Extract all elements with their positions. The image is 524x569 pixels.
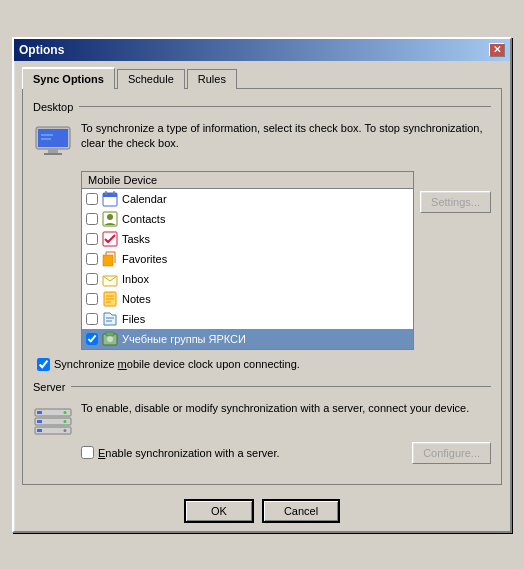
checkbox-favorites[interactable]	[86, 253, 98, 265]
tab-content: Desktop	[22, 88, 502, 485]
checkbox-tasks[interactable]	[86, 233, 98, 245]
server-section-body: To enable, disable or modify synchroniza…	[33, 401, 491, 436]
svg-point-30	[64, 411, 67, 414]
favorites-icon	[102, 251, 118, 267]
desktop-description: To synchronize a type of information, se…	[81, 121, 491, 152]
inbox-icon	[102, 271, 118, 287]
list-item-custom: Учебные группы ЯРКСИ	[82, 329, 413, 349]
server-section: Server	[33, 381, 491, 464]
checkbox-calendar[interactable]	[86, 193, 98, 205]
desktop-section-label: Desktop	[33, 101, 73, 113]
configure-button[interactable]: Configure...	[412, 442, 491, 464]
svg-rect-22	[106, 332, 114, 336]
label-tasks: Tasks	[122, 233, 150, 245]
sync-clock-row: Synchronize mobile device clock upon con…	[37, 358, 491, 371]
server-icon	[33, 401, 73, 436]
desktop-section-line	[79, 106, 491, 107]
list-item-favorites: Favorites	[82, 249, 413, 269]
tab-schedule[interactable]: Schedule	[117, 69, 185, 89]
options-window: Options ✕ Sync Options Schedule Rules De…	[12, 37, 512, 533]
enable-sync-label: Enable synchronization with a server.	[98, 447, 280, 459]
button-bar: OK Cancel	[22, 499, 502, 523]
svg-point-11	[107, 214, 113, 220]
settings-side: Settings...	[420, 171, 491, 350]
server-section-label: Server	[33, 381, 65, 393]
label-notes: Notes	[122, 293, 151, 305]
device-list: Mobile Device Calendar	[81, 171, 414, 350]
desktop-icon	[33, 123, 73, 163]
svg-rect-1	[38, 129, 68, 147]
desktop-section: Desktop	[33, 101, 491, 371]
desktop-section-header: Desktop	[33, 101, 491, 113]
settings-button[interactable]: Settings...	[420, 191, 491, 213]
svg-point-32	[64, 429, 67, 432]
label-custom: Учебные группы ЯРКСИ	[122, 333, 246, 345]
contacts-icon	[102, 211, 118, 227]
title-bar: Options ✕	[14, 39, 510, 61]
ok-button[interactable]: OK	[184, 499, 254, 523]
svg-rect-29	[37, 429, 42, 432]
list-item-calendar: Calendar	[82, 189, 413, 209]
checkbox-notes[interactable]	[86, 293, 98, 305]
svg-rect-27	[37, 420, 42, 423]
list-item-contacts: Contacts	[82, 209, 413, 229]
checkbox-contacts[interactable]	[86, 213, 98, 225]
svg-rect-3	[44, 153, 62, 155]
desktop-section-body: To synchronize a type of information, se…	[33, 121, 491, 163]
tab-sync-options[interactable]: Sync Options	[22, 67, 115, 89]
svg-point-31	[64, 420, 67, 423]
title-bar-controls: ✕	[489, 43, 505, 57]
notes-icon	[102, 291, 118, 307]
server-section-line	[71, 386, 491, 387]
checkbox-custom[interactable]	[86, 333, 98, 345]
close-button[interactable]: ✕	[489, 43, 505, 57]
sync-clock-label: Synchronize mobile device clock upon con…	[54, 358, 300, 370]
dialog-content: Sync Options Schedule Rules Desktop	[14, 61, 510, 531]
label-files: Files	[122, 313, 145, 325]
server-checkbox-row: Enable synchronization with a server. Co…	[81, 442, 491, 464]
tab-bar: Sync Options Schedule Rules	[22, 67, 502, 89]
tab-rules[interactable]: Rules	[187, 69, 237, 89]
svg-rect-25	[37, 411, 42, 414]
server-section-header: Server	[33, 381, 491, 393]
server-description: To enable, disable or modify synchroniza…	[81, 401, 491, 416]
list-item-files: Files	[82, 309, 413, 329]
svg-rect-13	[103, 255, 113, 266]
device-list-container: Mobile Device Calendar	[81, 171, 491, 350]
label-inbox: Inbox	[122, 273, 149, 285]
list-item-notes: Notes	[82, 289, 413, 309]
tasks-icon	[102, 231, 118, 247]
svg-rect-7	[103, 193, 117, 197]
sync-clock-checkbox[interactable]	[37, 358, 50, 371]
device-list-header: Mobile Device	[82, 172, 413, 189]
svg-point-23	[107, 336, 113, 342]
calendar-icon	[102, 191, 118, 207]
list-item-inbox: Inbox	[82, 269, 413, 289]
label-contacts: Contacts	[122, 213, 165, 225]
cancel-button[interactable]: Cancel	[262, 499, 340, 523]
checkbox-files[interactable]	[86, 313, 98, 325]
window-title: Options	[19, 43, 64, 57]
checkbox-inbox[interactable]	[86, 273, 98, 285]
files-icon	[102, 311, 118, 327]
enable-sync-container: Enable synchronization with a server.	[81, 446, 280, 459]
enable-sync-checkbox[interactable]	[81, 446, 94, 459]
custom-icon	[102, 331, 118, 347]
list-item-tasks: Tasks	[82, 229, 413, 249]
label-favorites: Favorites	[122, 253, 167, 265]
label-calendar: Calendar	[122, 193, 167, 205]
svg-rect-2	[48, 149, 58, 153]
